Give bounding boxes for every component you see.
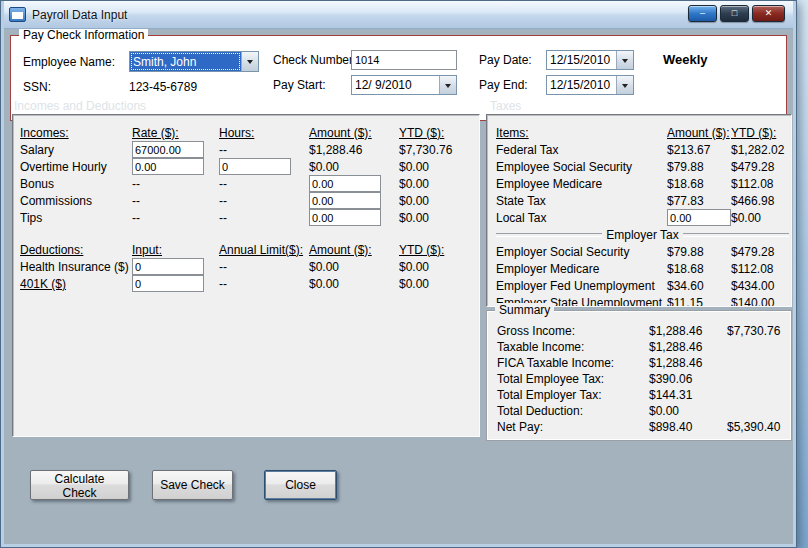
employer-futa-ytd: $434.00 <box>731 279 789 293</box>
taxable-income-label: Taxable Income: <box>497 340 649 354</box>
k401-ytd: $0.00 <box>399 277 474 291</box>
total-employee-tax-amount: $390.06 <box>649 372 727 386</box>
incomes-deductions-section-label: Incomes and Deductions <box>14 99 146 113</box>
taxes-table: Items: Amount ($): YTD ($): Federal Tax … <box>496 124 791 307</box>
commissions-hours: -- <box>219 194 309 208</box>
summary-group: Summary Gross Income: $1,288.46 $7,730.7… <box>486 310 792 441</box>
employer-tax-group-label: Employer Tax <box>606 228 678 242</box>
commissions-ytd: $0.00 <box>399 194 474 208</box>
incomes-header-hours: Hours: <box>219 126 309 140</box>
incomes-header-rate: Rate ($): <box>132 126 219 140</box>
pay-end-dropdown-arrow-icon[interactable] <box>616 76 633 94</box>
employee-name-dropdown-arrow-icon[interactable] <box>241 52 258 71</box>
form-client-area: Pay Check Information Employee Name: Smi… <box>4 29 793 544</box>
tips-amount-input[interactable] <box>309 209 381 226</box>
check-number-input[interactable] <box>351 50 457 70</box>
employee-ss-ytd: $479.28 <box>731 160 789 174</box>
title-bar[interactable]: Payroll Data Input – □ ✕ <box>4 1 793 29</box>
federal-tax-amount: $213.67 <box>667 143 731 157</box>
k401-input[interactable] <box>132 275 204 292</box>
pay-date-datepicker[interactable]: 12/15/2010 <box>546 50 634 70</box>
bonus-amount-input[interactable] <box>309 175 381 192</box>
close-button[interactable]: Close <box>264 470 337 500</box>
tips-label: Tips <box>20 211 132 225</box>
pay-start-datepicker[interactable]: 12/ 9/2010 <box>351 75 457 95</box>
window-title: Payroll Data Input <box>32 8 127 22</box>
health-insurance-limit: -- <box>219 260 309 274</box>
pay-start-label: Pay Start: <box>273 78 326 92</box>
taxes-header-ytd: YTD ($): <box>731 126 789 140</box>
bonus-ytd: $0.00 <box>399 177 474 191</box>
total-employee-tax-label: Total Employee Tax: <box>497 372 649 386</box>
overtime-hours-input[interactable] <box>219 158 291 175</box>
summary-table: Gross Income: $1,288.46 $7,730.76 Taxabl… <box>497 323 791 435</box>
close-window-button[interactable]: ✕ <box>752 5 785 22</box>
employer-ss-label: Employer Social Security <box>496 245 667 259</box>
k401-limit: -- <box>219 277 309 291</box>
health-insurance-input[interactable] <box>132 258 204 275</box>
deductions-header-amount: Amount ($): <box>309 243 399 257</box>
incomes-header-amount: Amount ($): <box>309 126 399 140</box>
total-employer-tax-label: Total Employer Tax: <box>497 388 649 402</box>
incomes-header-items: Incomes: <box>20 126 132 140</box>
employer-futa-amount: $34.60 <box>667 279 731 293</box>
commissions-rate: -- <box>132 194 219 208</box>
employer-ss-amount: $79.88 <box>667 245 731 259</box>
net-pay-amount: $898.40 <box>649 420 727 434</box>
fica-taxable-amount: $1,288.46 <box>649 356 727 370</box>
taxable-income-amount: $1,288.46 <box>649 340 727 354</box>
salary-rate-input[interactable] <box>132 141 204 158</box>
pay-end-datepicker[interactable]: 12/15/2010 <box>546 75 634 95</box>
gross-income-amount: $1,288.46 <box>649 324 727 338</box>
local-tax-input[interactable] <box>667 209 731 226</box>
total-deduction-label: Total Deduction: <box>497 404 649 418</box>
commissions-amount-input[interactable] <box>309 192 381 209</box>
overtime-rate-input[interactable] <box>132 158 204 175</box>
employer-tax-group-divider: Employer Tax <box>496 226 789 243</box>
gross-income-label: Gross Income: <box>497 324 649 338</box>
pay-start-dropdown-arrow-icon[interactable] <box>439 76 456 94</box>
gross-income-ytd: $7,730.76 <box>727 324 793 338</box>
employer-medicare-amount: $18.68 <box>667 262 731 276</box>
employer-medicare-ytd: $112.08 <box>731 262 789 276</box>
tips-hours: -- <box>219 211 309 225</box>
overtime-ytd: $0.00 <box>399 160 474 174</box>
deductions-header-items: Deductions: <box>20 243 132 257</box>
state-tax-label: State Tax <box>496 194 667 208</box>
incomes-header-ytd: YTD ($): <box>399 126 474 140</box>
taxes-header-items: Items: <box>496 126 667 140</box>
employee-name-label: Employee Name: <box>23 55 115 69</box>
net-pay-label: Net Pay: <box>497 420 649 434</box>
maximize-button[interactable]: □ <box>720 5 749 22</box>
total-employer-tax-amount: $144.31 <box>649 388 727 402</box>
calculate-check-button[interactable]: Calculate Check <box>30 470 129 500</box>
employer-ss-ytd: $479.28 <box>731 245 789 259</box>
employee-name-selected-value: Smith, John <box>130 52 241 71</box>
state-tax-ytd: $466.98 <box>731 194 789 208</box>
employer-suta-amount: $11.15 <box>667 296 731 308</box>
bonus-rate: -- <box>132 177 219 191</box>
employer-medicare-label: Employer Medicare <box>496 262 667 276</box>
deductions-header-input: Input: <box>132 243 219 257</box>
local-tax-ytd: $0.00 <box>731 211 789 225</box>
save-check-button[interactable]: Save Check <box>152 470 233 500</box>
pay-date-dropdown-arrow-icon[interactable] <box>616 51 633 69</box>
health-insurance-ytd: $0.00 <box>399 260 474 274</box>
k401-label: 401K ($) <box>20 277 132 291</box>
pay-frequency-label: Weekly <box>663 52 708 67</box>
commissions-label: Commissions <box>20 194 132 208</box>
incomes-deductions-panel: Incomes: Rate ($): Hours: Amount ($): YT… <box>12 114 480 437</box>
employee-name-combobox[interactable]: Smith, John <box>129 51 259 72</box>
employee-ss-amount: $79.88 <box>667 160 731 174</box>
bonus-label: Bonus <box>20 177 132 191</box>
minimize-button[interactable]: – <box>688 5 717 22</box>
deductions-header-ytd: YTD ($): <box>399 243 474 257</box>
desktop-background: Payroll Data Input – □ ✕ Pay Check Infor… <box>0 0 808 548</box>
incomes-table: Incomes: Rate ($): Hours: Amount ($): YT… <box>20 124 479 226</box>
ssn-value: 123-45-6789 <box>129 80 197 94</box>
summary-group-label: Summary <box>495 303 554 317</box>
federal-tax-ytd: $1,282.02 <box>731 143 789 157</box>
employee-medicare-amount: $18.68 <box>667 177 731 191</box>
bonus-hours: -- <box>219 177 309 191</box>
employer-futa-label: Employer Fed Unemployment <box>496 279 667 293</box>
